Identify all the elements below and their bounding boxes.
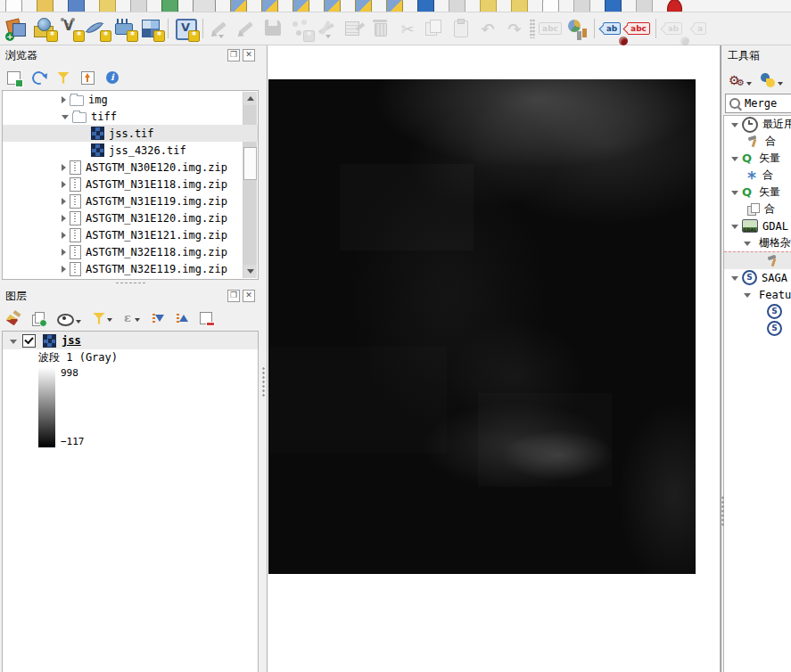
zoom-tool-icon[interactable] <box>261 0 278 12</box>
identify-icon[interactable] <box>542 0 559 12</box>
layer-labeling-rule-icon[interactable]: abc <box>626 16 651 41</box>
layer-visibility-checkbox[interactable] <box>22 334 36 348</box>
filter-browser-button[interactable] <box>57 72 70 84</box>
tree-item-astgtm_n31e121-img-zip[interactable]: ASTGTM_N31E121.img.zip <box>3 226 258 243</box>
redo-icon[interactable] <box>502 16 527 41</box>
collapse-arrow-icon[interactable] <box>744 242 751 246</box>
zoom-tool-icon[interactable] <box>293 0 309 12</box>
help-icon[interactable] <box>636 0 653 12</box>
tree-item[interactable] <box>724 251 791 269</box>
refresh-button[interactable] <box>32 71 45 85</box>
toggle-editing-icon[interactable] <box>235 16 260 41</box>
advanced-digitize-icon[interactable] <box>315 16 340 41</box>
paste-features-icon[interactable] <box>449 16 474 41</box>
properties-widget-button[interactable] <box>106 71 119 84</box>
toolbox-search-box[interactable]: Merge <box>725 94 791 113</box>
tree-item-featu[interactable]: Featu <box>724 286 791 303</box>
new-shapefile-layer-icon[interactable] <box>58 16 83 41</box>
map-canvas[interactable] <box>267 45 721 672</box>
tree-item--[interactable]: 合 <box>724 133 791 150</box>
remove-layer-button[interactable] <box>200 312 212 324</box>
open-project-icon[interactable] <box>37 0 54 12</box>
expand-arrow-icon[interactable] <box>62 181 66 188</box>
layer-name[interactable]: jss <box>62 334 81 347</box>
filter-expression-button[interactable] <box>124 312 140 324</box>
expand-arrow-icon[interactable] <box>62 215 66 222</box>
expand-arrow-icon[interactable] <box>10 340 17 344</box>
toolbox-options-button[interactable] <box>729 75 752 88</box>
manage-visibility-button[interactable] <box>57 311 81 326</box>
layer-labeling-icon[interactable]: ab <box>599 16 624 41</box>
undo-icon[interactable] <box>475 16 500 41</box>
pan-map-button[interactable] <box>193 0 216 12</box>
collapse-arrow-icon[interactable] <box>744 293 751 298</box>
toolbox-splitter-grip[interactable] <box>721 496 724 528</box>
data-source-manager-icon[interactable] <box>4 16 29 41</box>
new-virtual-layer-icon[interactable] <box>173 16 198 41</box>
add-layer-group-icon[interactable] <box>480 0 497 12</box>
tree-item-jss_4326-tif[interactable]: jss_4326.tif <box>3 142 258 159</box>
collapse-arrow-icon[interactable] <box>731 191 738 195</box>
collapse-arrow-icon[interactable] <box>62 115 69 119</box>
zoom-tool-icon[interactable] <box>355 0 372 12</box>
tree-item--[interactable]: 矢量 <box>724 184 791 201</box>
save-layer-edits-icon[interactable] <box>261 16 286 41</box>
collapse-arrow-icon[interactable] <box>731 123 738 127</box>
new-geopackage-layer-icon[interactable] <box>31 16 56 41</box>
new-layout-icon[interactable] <box>161 0 178 12</box>
current-edits-icon[interactable] <box>208 16 233 41</box>
tree-item-astgtm_n32e119-img-zip[interactable]: ASTGTM_N32E119.img.zip <box>3 260 258 277</box>
zoom-last-icon[interactable] <box>417 0 434 12</box>
tree-item-saga[interactable]: SAGA <box>724 269 791 286</box>
tree-item-astgtm_n30e120-img-zip[interactable]: ASTGTM_N30E120.img.zip <box>3 159 258 176</box>
tree-item--[interactable]: 合 <box>724 167 791 184</box>
expand-arrow-icon[interactable] <box>62 232 66 239</box>
tree-item-img[interactable]: img <box>3 91 258 108</box>
diagram-pin2-icon[interactable]: a <box>688 16 713 41</box>
zoom-next-icon[interactable] <box>449 0 466 12</box>
attribute-table-icon[interactable] <box>573 0 590 12</box>
expand-arrow-icon[interactable] <box>62 164 66 171</box>
layers-close-button[interactable]: ✕ <box>243 290 255 302</box>
new-project-icon[interactable] <box>5 0 22 12</box>
tree-item--[interactable]: 栅格杂 <box>724 234 791 251</box>
add-group-button[interactable] <box>32 312 45 325</box>
zoom-tool-icon[interactable] <box>324 0 341 12</box>
collapse-arrow-icon[interactable] <box>731 225 738 229</box>
filter-legend-button[interactable] <box>93 313 112 324</box>
copy-features-icon[interactable] <box>422 16 447 41</box>
expand-arrow-icon[interactable] <box>62 96 66 103</box>
vertical-splitter[interactable] <box>260 45 267 672</box>
tree-item--[interactable]: 矢量 <box>724 150 791 167</box>
tree-item--[interactable]: 最近用 <box>724 116 791 133</box>
select-features-icon[interactable] <box>511 0 528 12</box>
tree-item[interactable] <box>724 320 791 337</box>
diagram-options-icon[interactable] <box>564 16 589 41</box>
add-selected-layers-button[interactable] <box>7 71 21 85</box>
layer-row-jss[interactable]: jss <box>3 332 258 349</box>
zoom-tool-icon[interactable] <box>386 0 403 12</box>
tree-item-jss-tif[interactable]: jss.tif <box>3 125 258 142</box>
expand-all-button[interactable] <box>152 312 164 324</box>
tree-item-gdal[interactable]: GDAL <box>724 217 791 234</box>
tree-item-astgtm_n31e118-img-zip[interactable]: ASTGTM_N31E118.img.zip <box>3 176 258 193</box>
layers-float-button[interactable]: ❐ <box>227 290 240 302</box>
collapse-arrow-icon[interactable] <box>731 157 738 161</box>
expand-arrow-icon[interactable] <box>62 198 66 205</box>
collapse-all-button[interactable] <box>81 71 95 85</box>
expand-arrow-icon[interactable] <box>62 249 66 256</box>
zoom-tool-icon[interactable] <box>230 0 247 12</box>
qgis-red-icon[interactable] <box>667 0 682 12</box>
web-icon[interactable] <box>605 0 622 12</box>
python-console-button[interactable] <box>761 73 783 88</box>
modify-attributes-icon[interactable] <box>342 16 367 41</box>
new-mesh-layer-icon[interactable] <box>138 16 163 41</box>
labeling-options-icon[interactable]: abc <box>538 16 563 41</box>
digitize-icon[interactable] <box>288 16 313 41</box>
delete-selected-icon[interactable] <box>368 16 393 41</box>
save-project-icon[interactable] <box>68 0 85 12</box>
panel-splitter[interactable] <box>0 280 260 286</box>
layout-manager-icon[interactable] <box>130 0 147 12</box>
tree-item[interactable] <box>724 303 791 320</box>
tree-item--[interactable]: 合 <box>724 201 791 217</box>
